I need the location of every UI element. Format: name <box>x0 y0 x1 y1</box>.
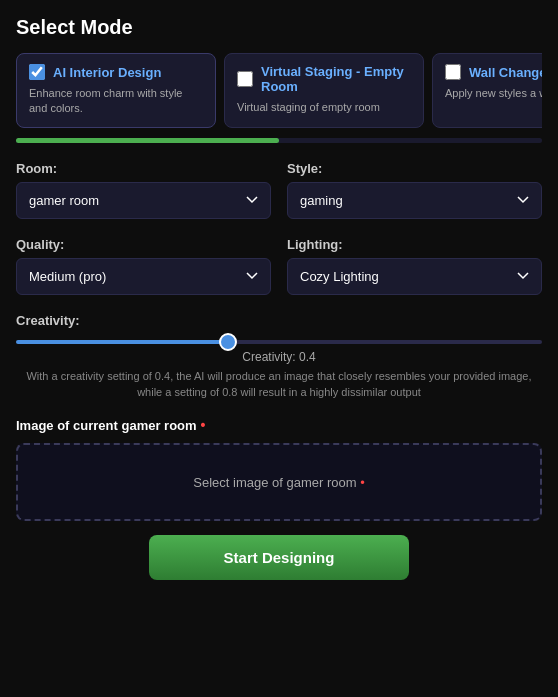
mode-card-ai-interior[interactable]: AI Interior Design Enhance room charm wi… <box>16 53 216 128</box>
image-upload-text: Select image of gamer room • <box>193 475 364 490</box>
lighting-group: Lighting: Cozy Lighting Bright Natural W… <box>287 237 542 295</box>
mode-card-title-ai-interior: AI Interior Design <box>53 65 161 80</box>
progress-bar-fill <box>16 138 279 143</box>
mode-card-title-wall-change: Wall Change <box>469 65 542 80</box>
lighting-label: Lighting: <box>287 237 542 252</box>
quality-label: Quality: <box>16 237 271 252</box>
room-style-row: Room: gamer room bedroom living room kit… <box>16 161 542 219</box>
mode-card-desc-ai-interior: Enhance room charm with style and colors… <box>29 86 203 117</box>
progress-bar-container <box>16 138 542 143</box>
creativity-description: With a creativity setting of 0.4, the AI… <box>16 368 542 401</box>
quality-select[interactable]: Low Medium Medium (pro) High Ultra <box>16 258 271 295</box>
mode-checkbox-ai-interior[interactable] <box>29 64 45 80</box>
image-section-label: Image of current gamer room • <box>16 417 542 433</box>
required-indicator: • <box>197 417 206 433</box>
lighting-select[interactable]: Cozy Lighting Bright Natural Warm Cool <box>287 258 542 295</box>
room-label: Room: <box>16 161 271 176</box>
image-section: Image of current gamer room • Select ima… <box>16 417 542 521</box>
mode-card-desc-wall-change: Apply new styles a walls <box>445 86 542 101</box>
mode-checkbox-wall-change[interactable] <box>445 64 461 80</box>
creativity-slider[interactable] <box>16 340 542 344</box>
style-group: Style: gaming modern minimalist industri… <box>287 161 542 219</box>
room-select[interactable]: gamer room bedroom living room kitchen o… <box>16 182 271 219</box>
mode-cards-container: AI Interior Design Enhance room charm wi… <box>16 53 542 128</box>
mode-card-title-virtual-staging: Virtual Staging - Empty Room <box>261 64 411 94</box>
mode-card-desc-virtual-staging: Virtual staging of empty room <box>237 100 411 115</box>
style-label: Style: <box>287 161 542 176</box>
creativity-value-text: Creativity: 0.4 <box>16 350 542 364</box>
mode-checkbox-virtual-staging[interactable] <box>237 71 253 87</box>
mode-card-wall-change[interactable]: Wall Change Apply new styles a walls <box>432 53 542 128</box>
quality-group: Quality: Low Medium Medium (pro) High Ul… <box>16 237 271 295</box>
mode-card-virtual-staging[interactable]: Virtual Staging - Empty Room Virtual sta… <box>224 53 424 128</box>
style-select[interactable]: gaming modern minimalist industrial bohe… <box>287 182 542 219</box>
creativity-section: Creativity: Creativity: 0.4 With a creat… <box>16 313 542 401</box>
creativity-label: Creativity: <box>16 313 542 328</box>
page-title: Select Mode <box>16 16 542 39</box>
start-designing-button[interactable]: Start Designing <box>149 535 409 580</box>
slider-container <box>16 340 542 344</box>
quality-lighting-row: Quality: Low Medium Medium (pro) High Ul… <box>16 237 542 295</box>
image-upload-area[interactable]: Select image of gamer room • <box>16 443 542 521</box>
room-group: Room: gamer room bedroom living room kit… <box>16 161 271 219</box>
